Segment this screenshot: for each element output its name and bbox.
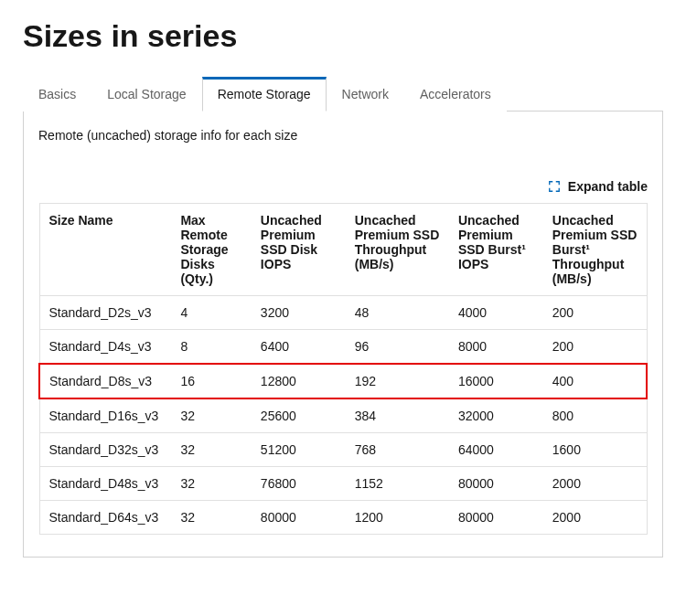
table-row: Standard_D32s_v33251200768640001600 [39,433,647,467]
table-cell: 4000 [449,296,543,330]
col-max-disks: Max Remote Storage Disks (Qty.) [171,204,251,296]
table-cell: 1152 [346,467,449,501]
table-row: Standard_D64s_v332800001200800002000 [39,501,647,535]
table-cell: 32 [171,398,251,433]
remote-storage-table: Size Name Max Remote Storage Disks (Qty.… [38,203,648,535]
table-cell: 96 [346,330,449,365]
table-cell: Standard_D32s_v3 [39,433,171,467]
table-cell: 1600 [543,433,647,467]
table-row: Standard_D8s_v3161280019216000400 [39,364,647,398]
table-cell: 3200 [252,296,346,330]
tab-panel-remote-storage: Remote (uncached) storage info for each … [23,112,663,558]
table-cell: 16000 [449,364,543,398]
table-cell: 64000 [449,433,543,467]
table-body: Standard_D2s_v343200484000200Standard_D4… [39,296,647,535]
tab-accelerators[interactable]: Accelerators [404,77,507,112]
tab-local-storage[interactable]: Local Storage [91,77,201,112]
table-cell: 2000 [543,467,647,501]
table-cell: 4 [171,296,251,330]
table-cell: 192 [346,364,449,398]
expand-table-button[interactable]: Expand table [38,179,648,194]
table-cell: 8 [171,330,251,365]
table-cell: 25600 [252,398,346,433]
table-cell: Standard_D48s_v3 [39,467,171,501]
col-uncached-iops: Uncached Premium SSD Disk IOPS [252,204,346,296]
table-row: Standard_D48s_v332768001152800002000 [39,467,647,501]
table-cell: 8000 [449,330,543,365]
table-cell: 80000 [449,501,543,535]
table-cell: 200 [543,296,647,330]
table-cell: 32 [171,467,251,501]
table-cell: 200 [543,330,647,365]
table-cell: Standard_D64s_v3 [39,501,171,535]
table-cell: 32 [171,433,251,467]
table-cell: 2000 [543,501,647,535]
table-cell: 16 [171,364,251,398]
tab-network[interactable]: Network [327,77,404,112]
col-uncached-throughput: Uncached Premium SSD Throughput (MB/s) [346,204,449,296]
table-row: Standard_D2s_v343200484000200 [39,296,647,330]
table-cell: Standard_D16s_v3 [39,398,171,433]
table-cell: 400 [543,364,647,398]
table-cell: 51200 [252,433,346,467]
col-size-name: Size Name [39,204,171,296]
page-title: Sizes in series [23,18,663,54]
table-cell: Standard_D2s_v3 [39,296,171,330]
table-cell: 1200 [346,501,449,535]
table-header-row: Size Name Max Remote Storage Disks (Qty.… [39,204,647,296]
table-cell: Standard_D8s_v3 [39,364,171,398]
tab-remote-storage[interactable]: Remote Storage [202,77,327,112]
table-cell: 6400 [252,330,346,365]
table-cell: Standard_D4s_v3 [39,330,171,365]
table-cell: 80000 [252,501,346,535]
panel-description: Remote (uncached) storage info for each … [38,128,648,143]
table-cell: 768 [346,433,449,467]
table-cell: 384 [346,398,449,433]
expand-icon [548,180,561,193]
table-row: Standard_D4s_v386400968000200 [39,330,647,365]
table-cell: 80000 [449,467,543,501]
col-burst-iops: Uncached Premium SSD Burst¹ IOPS [449,204,543,296]
tab-basics[interactable]: Basics [23,77,91,112]
table-row: Standard_D16s_v3322560038432000800 [39,398,647,433]
table-cell: 12800 [252,364,346,398]
table-cell: 32000 [449,398,543,433]
table-cell: 800 [543,398,647,433]
table-cell: 32 [171,501,251,535]
tabs: Basics Local Storage Remote Storage Netw… [23,76,663,112]
expand-table-label: Expand table [568,179,648,194]
col-burst-throughput: Uncached Premium SSD Burst¹ Throughput (… [543,204,647,296]
table-cell: 76800 [252,467,346,501]
table-cell: 48 [346,296,449,330]
